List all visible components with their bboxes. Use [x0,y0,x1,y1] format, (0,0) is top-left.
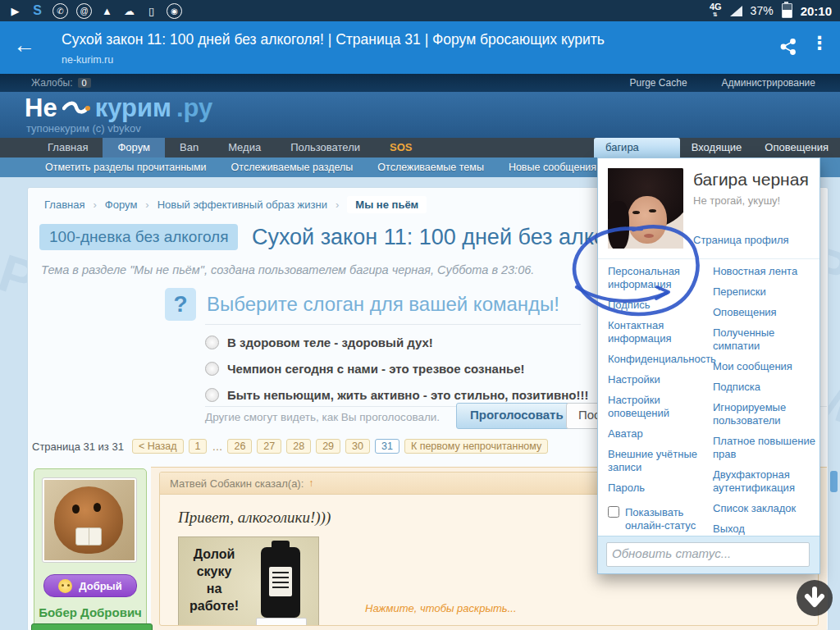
menu-ignored-users[interactable]: Игнорируемые пользователи [713,401,818,427]
menu-two-factor[interactable]: Двухфакторная аутентификация [713,468,818,495]
tab-sos[interactable]: SOS [375,138,427,158]
page-button-1[interactable]: 1 [189,439,208,454]
android-status-bar: ▶ S ✆ @ ▲ ☁ ▯ ◉ 4G⇅ 37% 20:10 [0,0,840,21]
meme-line: скуку [179,563,249,580]
breadcrumb-section[interactable]: Новый эффективный образ жизни [158,199,327,211]
poll-visibility-note: Другие смогут видеть, как Вы проголосова… [205,411,440,423]
screen: ▶ S ✆ @ ▲ ☁ ▯ ◉ 4G⇅ 37% 20:10 ← Сухой за… [0,0,840,630]
menu-paid-upgrade[interactable]: Платное повышение прав [713,435,818,461]
poll-option-2[interactable]: Чемпион сегодня с нами - это трезвое соз… [205,362,525,376]
menu-alerts[interactable]: Оповещения [713,306,818,319]
breadcrumb-home[interactable]: Главная [44,199,84,211]
page-button-28[interactable]: 28 [286,439,311,454]
tab-alerts[interactable]: Оповещения [753,138,840,158]
site-logo[interactable]: Не курим .ру [25,94,212,123]
online-status-checkbox[interactable] [608,506,619,518]
author-rank-ribbon [31,623,153,630]
complaints-label[interactable]: Жалобы: [31,77,73,89]
menu-password[interactable]: Пароль [608,482,710,495]
menu-signature[interactable]: Подпись [608,299,710,312]
vote-button[interactable]: Проголосовать [456,403,578,429]
profile-page-link[interactable]: Страница профиля [693,234,789,246]
radio-icon[interactable] [205,362,219,376]
subnav-new-posts[interactable]: Новые сообщения [509,162,596,173]
prev-page-button[interactable]: < Назад [132,439,184,454]
back-button[interactable]: ← [13,33,35,58]
breadcrumb-forum[interactable]: Форум [105,199,138,211]
subnav-mark-read[interactable]: Отметить разделы прочитанными [45,162,207,173]
menu-conversations[interactable]: Переписки [713,285,818,299]
moderator-bar: Жалобы: 0 Purge Cache Администрирование [0,74,840,92]
breadcrumb-current[interactable]: Мы не пьём [347,196,427,213]
administration-link[interactable]: Администрирование [722,77,815,89]
play-icon: ▶ [8,4,22,18]
page-title: Сухой закон 11: 100 дней без алкоголя! |… [62,31,605,48]
poll-question: Выберите слоган для вашей команды! [207,293,559,316]
menu-my-posts[interactable]: Мои сообщения [713,360,818,373]
menu-alert-preferences[interactable]: Настройки оповещений [608,394,710,420]
subnav-watched-threads[interactable]: Отслеживаемые темы [377,162,484,173]
site-tagline: тупонекурим (с) vbykov [26,122,141,135]
menu-privacy[interactable]: Конфиденциальность [608,353,710,366]
menu-subscription[interactable]: Подписка [713,381,818,394]
tab-forum[interactable]: Форум [103,138,165,158]
profile-name: багира черная [693,170,809,189]
scrollbar-thumb[interactable] [830,471,838,492]
account-menu-left-column: Персональная информация Подпись Контактн… [608,265,710,532]
menu-bookmarks[interactable]: Список закладок [713,502,818,515]
jump-to-post-icon[interactable]: ↑ [308,477,313,489]
breadcrumb-separator: › [145,199,148,211]
first-unread-button[interactable]: К первому непрочитанному [404,439,548,454]
mood-badge[interactable]: Добрый [43,574,137,597]
menu-personal-details[interactable]: Персональная информация [608,265,710,291]
tab-media[interactable]: Медиа [213,138,276,158]
thread-prefix-badge[interactable]: 100-дневка без алкоголя [39,224,238,250]
browser-toolbar: ← Сухой закон 11: 100 дней без алкоголя!… [0,21,840,74]
menu-news-feed[interactable]: Новостная лента [713,265,818,278]
page-button-30[interactable]: 30 [345,439,370,454]
share-icon[interactable] [779,38,797,59]
menu-logout[interactable]: Выход [713,523,818,536]
menu-contact-details[interactable]: Контактная информация [608,319,710,345]
subnav-watched-forums[interactable]: Отслеживаемые разделы [231,162,354,173]
poll-option-1[interactable]: В здоровом теле - здоровый дух! [205,336,433,349]
purge-cache-link[interactable]: Purge Cache [630,77,687,89]
tab-account[interactable]: багира черная [594,138,680,158]
signal-strength-icon [730,6,742,16]
radio-icon[interactable] [205,388,219,402]
page-button-29[interactable]: 29 [316,439,340,454]
status-update-input[interactable] [606,542,810,567]
whiskey-bottle-graphic [249,537,318,626]
tab-members[interactable]: Пользователи [276,138,375,158]
quote-image[interactable]: Долой скуку на работе! [178,536,319,626]
main-nav: Главная Форум Ban Медиа Пользователи SOS… [0,138,840,158]
menu-preferences[interactable]: Настройки [608,373,710,386]
page-button-27[interactable]: 27 [257,439,281,454]
page-button-26[interactable]: 26 [227,439,252,454]
scroll-to-bottom-button[interactable] [797,580,833,616]
quote-author: Матвей Собакин сказал(а): [170,477,304,490]
tab-ban[interactable]: Ban [165,138,213,158]
logo-ne: Не [25,94,57,123]
profile-avatar[interactable] [608,168,683,249]
quote-text: Привет, алкоголики!))) [178,509,331,527]
complaints-count-badge: 0 [78,78,91,88]
menu-avatar[interactable]: Аватар [608,427,710,441]
poll-option-3[interactable]: Быть непьющим, жить активно - это стильн… [205,388,588,402]
author-username[interactable]: Бобер Добрович [34,605,146,619]
menu-external-accounts[interactable]: Внешние учётные записи [608,448,710,474]
thread-meta: Тема в разделе "Мы не пьём", создана пол… [41,263,534,276]
radio-icon[interactable] [205,336,219,349]
network-type-indicator: 4G⇅ [710,2,722,19]
tab-inbox[interactable]: Входящие [680,138,754,158]
account-dropdown: багира черная Не трогай, укушу! Страница… [597,158,820,574]
page-button-current[interactable]: 31 [375,439,399,454]
tab-home[interactable]: Главная [33,138,103,158]
menu-likes-received[interactable]: Полученные симпатии [713,326,818,353]
expand-quote-link[interactable]: Нажмите, чтобы раскрыть... [365,602,517,614]
browser-menu-icon[interactable]: ⋮ [810,33,829,54]
online-status-toggle[interactable]: Показывать онлайн-статус [608,506,710,532]
author-avatar[interactable] [42,477,137,563]
arrow-down-icon [797,580,833,616]
breadcrumb: Главная › Форум › Новый эффективный обра… [44,196,427,213]
